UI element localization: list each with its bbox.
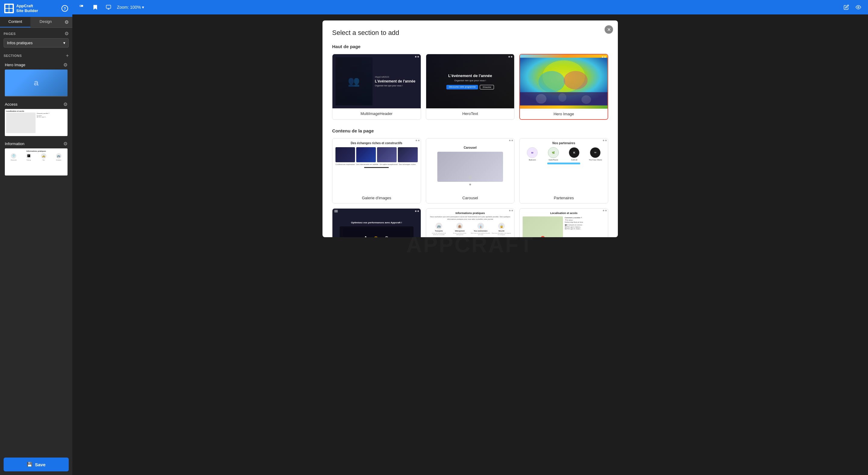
toolbar-right xyxy=(841,2,863,12)
sidebar: AppCraft Site Builder ? Content Design ⚙… xyxy=(0,0,72,475)
pages-settings-icon[interactable]: ⚙ xyxy=(64,31,69,36)
save-icon: 💾 xyxy=(27,462,33,467)
chevron-down-icon: ▾ xyxy=(63,41,65,45)
partner2-name: SaferPlanet xyxy=(549,159,558,161)
section-information-settings[interactable]: ⚙ xyxy=(63,141,67,146)
zoom-chevron-icon: ▾ xyxy=(142,5,144,10)
group-contenu-label: Contenu de la page xyxy=(332,128,608,133)
section-select-modal: Select a section to add ✕ Haut de page 👥 xyxy=(322,21,618,237)
add-section-icon[interactable]: + xyxy=(66,53,69,58)
template-video-preview: Optimisez vos performances avec Appcraft… xyxy=(333,209,421,237)
template-multi-image-header[interactable]: 👥 #AppCraft2023 L'événement de l'année O… xyxy=(332,54,421,120)
bookmark-icon[interactable] xyxy=(90,2,100,12)
template-hero-image-preview xyxy=(520,55,608,109)
edit-icon[interactable] xyxy=(841,2,851,12)
save-button[interactable]: 💾 Save xyxy=(4,457,69,471)
pages-section-header: PAGES ⚙ xyxy=(0,28,72,38)
section-hero-thumb[interactable]: a xyxy=(5,70,67,97)
section-access-settings[interactable]: ⚙ xyxy=(63,101,67,107)
main-area: Zoom: 100% ▾ appcraft xyxy=(72,0,868,475)
template-hero-text-preview: L'événement de l'année Organisé rien que… xyxy=(426,54,515,108)
preview-icon[interactable] xyxy=(854,2,863,12)
desktop-icon[interactable] xyxy=(104,2,113,12)
section-access: Access ⚙ Localisation et accès Comment y… xyxy=(2,100,70,136)
svg-point-10 xyxy=(558,93,566,102)
zoom-label: Zoom: 100% xyxy=(117,5,141,10)
sections-section-header: SECTIONS + xyxy=(0,50,72,60)
save-label: Save xyxy=(35,462,45,467)
tab-content[interactable]: Content xyxy=(0,17,30,27)
modal-title: Select a section to add xyxy=(332,29,608,37)
canvas-area: appcraft Select a section to add ✕ Haut … xyxy=(72,14,868,475)
sidebar-tabs: Content Design ⚙ xyxy=(0,17,72,28)
hero-btn1: Découvrez notre programme xyxy=(446,85,478,90)
section-hero: Hero Image ⚙ a xyxy=(2,60,70,97)
section-hero-name: Hero Image xyxy=(5,63,25,67)
multi-headline: L'événement de l'année xyxy=(375,79,418,83)
template-carousel-preview: Carousel xyxy=(426,138,515,193)
section-information-header: Information ⚙ xyxy=(2,139,70,148)
modal-overlay: Select a section to add ✕ Haut de page 👥 xyxy=(72,14,868,475)
template-multi-image-preview: 👥 #AppCraft2023 L'événement de l'année O… xyxy=(333,54,421,108)
loc-title: Localisation et accès xyxy=(523,212,605,215)
sections-label: SECTIONS xyxy=(4,54,22,58)
multi-sub: Organisé rien que pour vous ! xyxy=(375,84,418,87)
section-access-header: Access ⚙ xyxy=(2,100,70,109)
hero-text-label: HeroText xyxy=(426,108,515,119)
section-information-thumb[interactable]: Informations pratiques 👕 Dresscode 🅿 Par… xyxy=(5,148,67,175)
template-video[interactable]: Optimisez vos performances avec Appcraft… xyxy=(332,208,421,237)
template-carousel[interactable]: Carousel xyxy=(426,138,515,203)
template-localisation[interactable]: Localisation et accès Comment y accéder … xyxy=(519,208,608,237)
svg-rect-2 xyxy=(106,5,111,8)
galerie-title: Des échanges riches et constructifs xyxy=(336,141,418,145)
hero-title: L'événement de l'année xyxy=(446,73,494,78)
svg-point-9 xyxy=(536,94,547,104)
multi-image-label: MultiImageHeader xyxy=(333,108,421,119)
help-button[interactable]: ? xyxy=(61,5,68,12)
partenaires-label: Partenaires xyxy=(520,193,608,203)
template-infos-preview: Informations pratiques Nous souhaitons q… xyxy=(426,209,515,237)
page-selector[interactable]: Infos pratiques ▾ xyxy=(4,38,69,47)
hero-image-label: Hero Image xyxy=(520,109,608,119)
template-partenaires[interactable]: Nos partenaires M MyEvent 🌿 SaferPlanet xyxy=(519,138,608,203)
partner1-name: MyEvent xyxy=(529,159,535,161)
carousel-title: Carousel xyxy=(464,146,477,149)
template-hero-image[interactable]: Hero Image xyxy=(519,54,608,120)
tab-settings[interactable]: ⚙ xyxy=(61,17,72,27)
section-hero-settings[interactable]: ⚙ xyxy=(63,62,67,68)
pages-label: PAGES xyxy=(4,32,16,36)
svg-point-6 xyxy=(538,71,565,92)
group-haut-label: Haut de page xyxy=(332,44,608,49)
section-access-name: Access xyxy=(5,102,18,107)
section-access-thumb[interactable]: Localisation et accès Comment y accéder … xyxy=(5,109,67,136)
tab-design[interactable]: Design xyxy=(30,17,61,27)
modal-close-button[interactable]: ✕ xyxy=(604,25,613,34)
sidebar-header: AppCraft Site Builder ? xyxy=(0,0,72,17)
current-page-name: Infos pratiques xyxy=(7,41,33,45)
template-galerie[interactable]: Des échanges riches et constructifs Conf… xyxy=(332,138,421,203)
templates-haut-grid: 👥 #AppCraft2023 L'événement de l'année O… xyxy=(332,54,608,120)
hero-btn2: S'inscrire xyxy=(480,85,494,90)
svg-rect-0 xyxy=(80,5,82,7)
template-hero-text[interactable]: L'événement de l'année Organisé rien que… xyxy=(426,54,515,120)
carousel-label: Carousel xyxy=(426,193,515,203)
multi-tag: #AppCraft2023 xyxy=(375,76,418,78)
app-logo: AppCraft Site Builder xyxy=(4,4,38,13)
template-infos[interactable]: Informations pratiques Nous souhaitons q… xyxy=(426,208,515,237)
section-information-name: Information xyxy=(5,141,24,146)
section-information: Information ⚙ Informations pratiques 👕 D… xyxy=(2,139,70,175)
template-localisation-preview: Localisation et accès Comment y accéder … xyxy=(520,209,608,237)
template-galerie-preview: Des échanges riches et constructifs Conf… xyxy=(333,138,421,193)
top-toolbar: Zoom: 100% ▾ xyxy=(72,0,868,14)
hero-sub: Organisé rien que pour vous ! xyxy=(446,79,494,82)
zoom-control[interactable]: Zoom: 100% ▾ xyxy=(117,5,144,10)
partenaires-title: Nos partenaires xyxy=(523,141,605,145)
svg-point-3 xyxy=(858,7,859,8)
partner3-name: KollCell xyxy=(571,159,577,161)
video-title: Optimisez vos performances avec Appcraft… xyxy=(351,221,402,224)
svg-point-11 xyxy=(582,95,591,104)
pencil-icon[interactable] xyxy=(77,2,87,12)
partner4-name: The Futur World xyxy=(589,159,602,161)
logo-icon xyxy=(4,4,14,13)
svg-point-7 xyxy=(564,71,588,90)
